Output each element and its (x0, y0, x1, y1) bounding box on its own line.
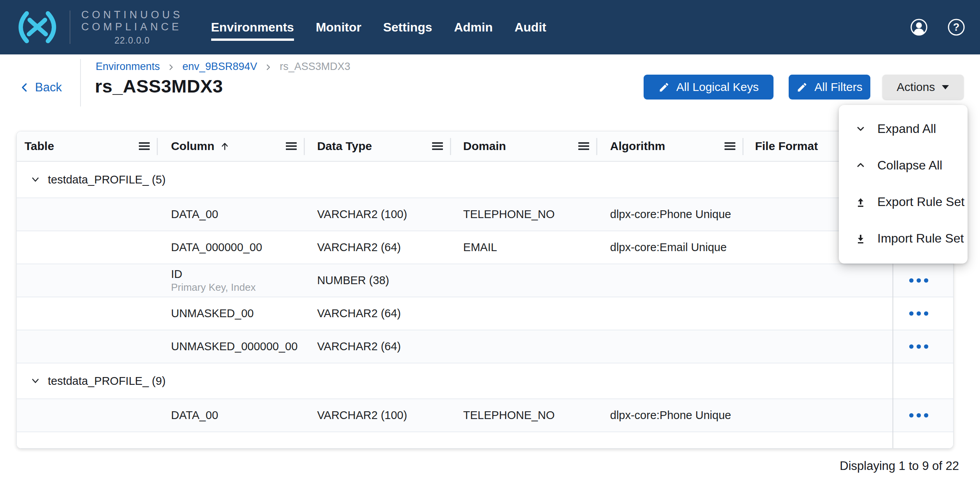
table-group-row[interactable]: testdata_PROFILE_ (9) (17, 363, 953, 398)
cell-column: ID Primary Key, Index (158, 264, 305, 297)
nav-tab-audit[interactable]: Audit (514, 20, 546, 35)
download-icon (854, 232, 867, 244)
table-row: UNMASKED_00 VARCHAR2 (64) (17, 297, 953, 330)
actions-label: Actions (897, 80, 935, 94)
table-row: DATA_00 VARCHAR2 (100) TELEPHONE_NO dlpx… (17, 398, 953, 431)
cell-domain: TELEPHONE_NO (451, 399, 597, 431)
cell-algorithm (597, 330, 744, 363)
cell-domain (451, 297, 597, 330)
menu-item-import-rule-set[interactable]: Import Rule Set (839, 220, 968, 257)
nav-tab-monitor[interactable]: Monitor (316, 20, 361, 35)
cell-algorithm (597, 297, 744, 330)
user-icon[interactable] (910, 18, 928, 36)
cell-data-type: VARCHAR2 (64) (305, 297, 451, 330)
nav-right-icons: ? (910, 0, 971, 54)
cell-algorithm (597, 264, 744, 297)
group-label: testdata_PROFILE_ (5) (48, 173, 166, 186)
back-button[interactable]: Back (19, 80, 62, 94)
cell-data-type: VARCHAR2 (100) (305, 399, 451, 431)
back-label: Back (35, 80, 62, 94)
table-row-partial (17, 431, 953, 448)
caret-down-icon (942, 85, 949, 90)
svg-text:?: ? (953, 21, 960, 33)
help-icon[interactable]: ? (947, 18, 965, 36)
breadcrumb-environment-name[interactable]: env_9BSR894V (182, 61, 257, 73)
breadcrumb-separator-icon (168, 63, 175, 71)
brand-text: CONTINUOUS COMPLIANCE 22.0.0.0 (81, 9, 183, 46)
all-filters-label: All Filters (814, 80, 862, 94)
menu-item-export-rule-set[interactable]: Export Rule Set (839, 183, 968, 220)
column-header-data-type: Data Type (305, 131, 451, 161)
rule-set-table: Table Column Data Type Domain (16, 131, 954, 449)
chevron-down-icon[interactable] (30, 375, 41, 386)
menu-item-expand-all[interactable]: Expand All (839, 110, 968, 147)
chevron-up-icon (854, 159, 867, 171)
breadcrumb: Environments env_9BSR894V rs_ASS3MDX3 (96, 61, 350, 73)
column-header-algorithm: Algorithm (597, 131, 744, 161)
hamburger-icon[interactable] (432, 141, 443, 151)
upload-icon (854, 196, 867, 208)
actions-dropdown-menu: Expand All Collapse All Export Rule Set … (839, 105, 968, 264)
cell-data-type: VARCHAR2 (64) (305, 330, 451, 363)
cell-column: UNMASKED_000000_00 (158, 330, 305, 363)
ellipsis-icon (909, 344, 914, 349)
chevron-down-icon (854, 122, 867, 135)
cell-algorithm: dlpx-core:Phone Unique (597, 399, 744, 431)
all-logical-keys-label: All Logical Keys (676, 80, 759, 94)
cell-column: DATA_00 (158, 198, 305, 231)
primary-nav: Environments Monitor Settings Admin Audi… (211, 20, 546, 35)
brand-line-1: CONTINUOUS (81, 9, 183, 21)
ellipsis-icon (909, 278, 914, 283)
group-label: testdata_PROFILE_ (9) (48, 375, 166, 388)
chevron-down-icon[interactable] (30, 174, 41, 185)
cell-domain (451, 330, 597, 363)
cell-data-type: NUMBER (38) (305, 264, 451, 297)
cell-domain: TELEPHONE_NO (451, 198, 597, 231)
cell-data-type: VARCHAR2 (64) (305, 231, 451, 264)
hamburger-icon[interactable] (578, 141, 590, 151)
header-divider (80, 59, 81, 107)
column-header-domain: Domain (451, 131, 597, 161)
actions-button[interactable]: Actions (882, 75, 964, 100)
cell-column: UNMASKED_00 (158, 297, 305, 330)
top-navigation-bar: CONTINUOUS COMPLIANCE 22.0.0.0 Environme… (0, 0, 980, 54)
page-title: rs_ASS3MDX3 (95, 75, 223, 97)
row-actions-button[interactable] (892, 399, 953, 431)
column-header-table: Table (17, 131, 158, 161)
brand: CONTINUOUS COMPLIANCE 22.0.0.0 (14, 9, 183, 46)
menu-item-collapse-all[interactable]: Collapse All (839, 147, 968, 183)
arrow-up-icon (220, 141, 230, 151)
pencil-icon (796, 82, 808, 93)
brand-divider (70, 10, 70, 44)
table-group-row[interactable]: testdata_PROFILE_ (5) (17, 162, 953, 197)
back-chevron-icon (19, 81, 30, 94)
app-version: 22.0.0.0 (114, 35, 150, 46)
table-header-row: Table Column Data Type Domain (17, 131, 953, 162)
pencil-icon (658, 82, 670, 93)
row-actions-button[interactable] (892, 330, 953, 363)
breadcrumb-ruleset-name: rs_ASS3MDX3 (280, 61, 350, 73)
nav-tab-settings[interactable]: Settings (383, 20, 432, 35)
table-row: ID Primary Key, Index NUMBER (38) (17, 264, 953, 297)
all-filters-button[interactable]: All Filters (789, 75, 870, 100)
hamburger-icon[interactable] (138, 141, 150, 151)
ellipsis-icon (909, 311, 914, 316)
column-header-column[interactable]: Column (158, 131, 305, 161)
cell-column: DATA_00 (158, 399, 305, 431)
hamburger-icon[interactable] (285, 141, 297, 151)
breadcrumb-environments[interactable]: Environments (96, 61, 160, 73)
delphix-logo-icon (14, 9, 61, 45)
cell-algorithm: dlpx-core:Phone Unique (597, 198, 744, 231)
nav-tab-environments[interactable]: Environments (211, 20, 294, 35)
key-index-badge: Primary Key, Index (171, 281, 305, 293)
row-actions-button[interactable] (892, 264, 953, 297)
table-body: testdata_PROFILE_ (5) DATA_00 VARCHAR2 (… (17, 162, 953, 448)
hamburger-icon[interactable] (724, 141, 736, 151)
cell-domain (451, 264, 597, 297)
all-logical-keys-button[interactable]: All Logical Keys (644, 75, 774, 100)
ellipsis-icon (909, 413, 914, 417)
pagination-status: Displaying 1 to 9 of 22 (840, 459, 959, 473)
cell-domain: EMAIL (451, 231, 597, 264)
row-actions-button[interactable] (892, 297, 953, 330)
nav-tab-admin[interactable]: Admin (454, 20, 493, 35)
